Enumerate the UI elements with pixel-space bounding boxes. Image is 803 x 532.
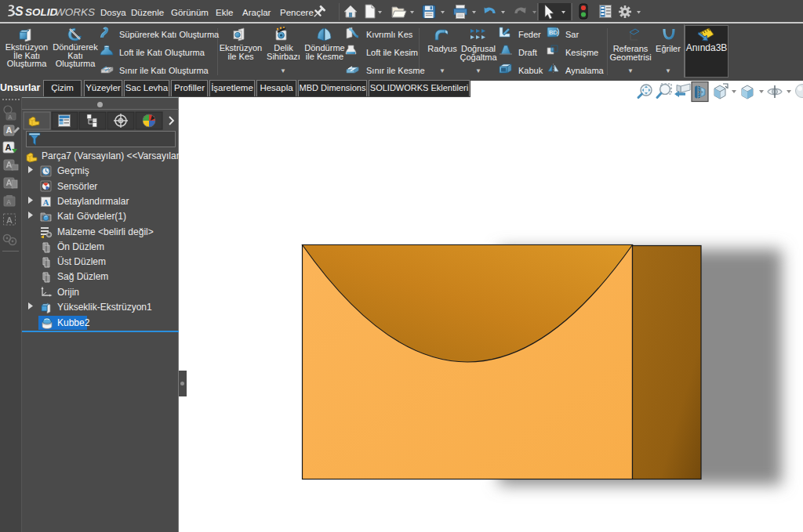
svg-text:A: A bbox=[6, 178, 13, 187]
svg-text:A: A bbox=[8, 114, 13, 121]
svg-text:A: A bbox=[6, 198, 12, 206]
svg-text:A: A bbox=[6, 160, 13, 169]
svg-text:S: S bbox=[15, 5, 24, 18]
svg-text:A: A bbox=[6, 125, 13, 135]
svg-text:A: A bbox=[5, 143, 12, 152]
svg-text:A: A bbox=[6, 215, 13, 225]
svg-text:A: A bbox=[42, 197, 49, 206]
svg-text:SOLID: SOLID bbox=[25, 6, 58, 18]
svg-text:BD: BD bbox=[549, 29, 558, 36]
svg-text:WORKS: WORKS bbox=[55, 6, 95, 18]
